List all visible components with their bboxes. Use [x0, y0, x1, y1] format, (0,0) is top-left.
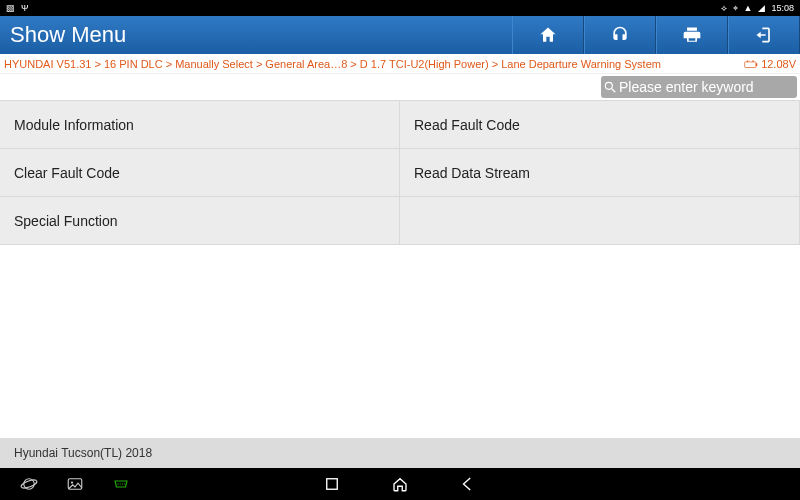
svg-rect-2	[747, 60, 748, 61]
nav-home-button[interactable]	[391, 475, 409, 493]
app-title-bar: Show Menu	[0, 16, 800, 54]
svg-point-9	[71, 481, 73, 483]
android-status-bar: ▧ Ψ ⟡ ⌖ ▲ ◢ 15:08	[0, 0, 800, 16]
nav-gallery-button[interactable]	[66, 475, 84, 493]
home-button[interactable]	[512, 16, 584, 54]
planet-icon	[20, 475, 38, 493]
exit-button[interactable]	[728, 16, 800, 54]
breadcrumb-row: HYUNDAI V51.31 > 16 PIN DLC > Manually S…	[0, 54, 800, 74]
page-title: Show Menu	[0, 22, 512, 48]
svg-rect-1	[756, 63, 757, 66]
search-input[interactable]: Please enter keyword	[601, 76, 797, 98]
home-icon	[538, 25, 558, 45]
android-nav-bar	[0, 468, 800, 500]
search-placeholder: Please enter keyword	[619, 79, 754, 95]
support-button[interactable]	[584, 16, 656, 54]
svg-line-5	[612, 89, 616, 93]
nav-browser-button[interactable]	[20, 475, 38, 493]
print-button[interactable]	[656, 16, 728, 54]
headset-icon	[610, 25, 630, 45]
vehicle-label: Hyundai Tucson(TL) 2018	[14, 446, 152, 460]
clock: 15:08	[771, 3, 794, 13]
image-icon	[66, 475, 84, 493]
svg-rect-0	[745, 61, 756, 67]
svg-rect-3	[753, 60, 754, 61]
battery-voltage: 12.08V	[744, 58, 796, 70]
nav-recent-button[interactable]	[323, 475, 341, 493]
menu-special-function[interactable]: Special Function	[0, 197, 400, 245]
breadcrumb: HYUNDAI V51.31 > 16 PIN DLC > Manually S…	[4, 58, 661, 70]
menu-read-data-stream[interactable]: Read Data Stream	[400, 149, 800, 197]
nav-diag-button[interactable]	[112, 475, 130, 493]
notif-usb-icon: Ψ	[21, 3, 29, 13]
vehicle-info-bar: Hyundai Tucson(TL) 2018	[0, 438, 800, 468]
back-icon	[459, 475, 477, 493]
battery-icon	[744, 59, 758, 69]
location-icon: ⌖	[733, 3, 738, 14]
nav-back-button[interactable]	[459, 475, 477, 493]
search-row: Please enter keyword	[0, 74, 800, 100]
menu-empty-cell	[400, 197, 800, 245]
obd-icon	[112, 475, 130, 493]
menu-clear-fault-code[interactable]: Clear Fault Code	[0, 149, 400, 197]
notif-image-icon: ▧	[6, 3, 15, 13]
menu-module-information[interactable]: Module Information	[0, 101, 400, 149]
wifi-icon: ▲	[744, 3, 753, 13]
home-outline-icon	[391, 475, 409, 493]
battery-icon: ◢	[758, 3, 765, 13]
search-icon	[603, 80, 617, 94]
printer-icon	[682, 25, 702, 45]
exit-icon	[754, 25, 774, 45]
svg-point-4	[605, 82, 612, 89]
menu-grid: Module Information Read Fault Code Clear…	[0, 100, 800, 245]
content-gap	[0, 245, 800, 438]
menu-read-fault-code[interactable]: Read Fault Code	[400, 101, 800, 149]
svg-point-7	[20, 478, 38, 489]
svg-rect-14	[327, 479, 338, 490]
square-icon	[323, 475, 341, 493]
bluetooth-icon: ⟡	[721, 3, 727, 14]
